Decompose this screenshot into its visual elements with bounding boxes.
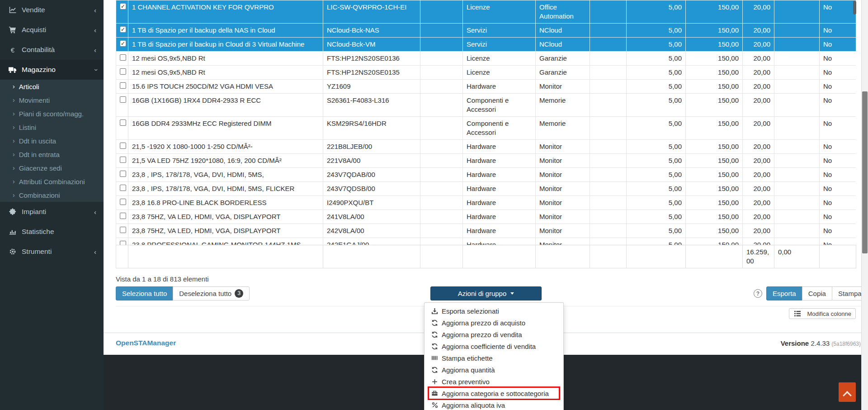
table-cell	[590, 24, 627, 38]
list-icon	[793, 311, 801, 316]
table-row[interactable]: 23.8 PROFESSIONAL GAMING MONITOR 144HZ 1…	[116, 238, 856, 245]
scroll-to-top-button[interactable]	[839, 382, 856, 402]
sidebar-subitem-articoli[interactable]: ›Articoli	[0, 80, 104, 93]
chevron-left-icon: ‹	[94, 26, 96, 34]
menu-item-aggiorna-aliquota-iva[interactable]: Aggiorna aliquota iva	[425, 399, 563, 410]
menu-item-esporta-selezionati[interactable]: Esporta selezionati	[425, 305, 563, 317]
menu-item-aggiorna-coefficiente-di-vendita[interactable]: Aggiorna coefficiente di vendita	[425, 340, 563, 352]
row-checkbox[interactable]	[120, 68, 126, 75]
caret-down-icon	[510, 292, 514, 295]
table-cell	[774, 238, 820, 245]
table-scroll-area[interactable]: 1 CHANNEL ACTIVATION KEY FOR QVRPROLIC-S…	[116, 0, 856, 245]
version-label: Versione	[781, 339, 809, 347]
row-checkbox[interactable]	[120, 54, 126, 61]
sidebar-subitem-piani-di-sconto-magg[interactable]: ›Piani di sconto/magg.	[0, 107, 104, 120]
sidebar-item-strumenti[interactable]: Strumenti‹	[0, 242, 104, 262]
sidebar-subitem-listini[interactable]: ›Listini	[0, 120, 104, 134]
row-checkbox[interactable]	[120, 227, 126, 233]
sidebar-subitem-combinazioni[interactable]: ›Combinazioni	[0, 188, 104, 202]
checkbox-cell	[116, 66, 128, 80]
table-row[interactable]: 12 mesi OS,9x5,NBD RtFTS:HP12NS20SE0135L…	[116, 66, 856, 80]
table-row[interactable]: 21,5 VA LED 75HZ 1920*1080, 16:9, 200 CD…	[116, 154, 856, 168]
row-checkbox[interactable]	[120, 199, 126, 205]
row-checkbox[interactable]	[120, 143, 126, 149]
row-checkbox[interactable]	[120, 96, 126, 103]
table-row[interactable]: 1 TB di Spazio per il backup in Cloud di…	[116, 38, 856, 52]
cart-icon	[7, 26, 18, 33]
select-all-button[interactable]: Seleziona tutto	[116, 286, 173, 300]
menu-item-aggiorna-quantit[interactable]: Aggiorna quantità	[425, 364, 563, 376]
table-cell	[420, 38, 463, 52]
table-row[interactable]: 21,5 -1920 X 1080-1000 1-250 CD/MÂ²-221B…	[116, 140, 856, 154]
table-cell: 5,00	[627, 196, 686, 210]
menu-item-aggiorna-categoria-e-sottocategoria[interactable]: Aggiorna categoria e sottocategoria	[425, 387, 563, 399]
row-checkbox[interactable]	[120, 157, 126, 163]
sidebar-subitem-attributi-combinazioni[interactable]: ›Attributi Combinazioni	[0, 175, 104, 188]
table-row[interactable]: 15.6 IPS TOUCH 250CD/M2 VGA HDMI VESAYZ1…	[116, 80, 856, 94]
sidebar-subitem-movimenti[interactable]: ›Movimenti	[0, 93, 104, 107]
sidebar-subitem-ddt-in-uscita[interactable]: ›Ddt in uscita	[0, 134, 104, 148]
table-row[interactable]: 1 CHANNEL ACTIVATION KEY FOR QVRPROLIC-S…	[116, 0, 856, 24]
table-cell: 150,00	[686, 154, 743, 168]
row-checkbox[interactable]	[120, 26, 126, 33]
table-cell: No	[820, 182, 856, 196]
page-scrollbar[interactable]	[861, 0, 868, 410]
row-checkbox[interactable]	[120, 185, 126, 191]
menu-item-aggiorna-prezzo-di-acquisto[interactable]: Aggiorna prezzo di acquisto	[425, 317, 563, 329]
table-cell	[590, 224, 627, 238]
sidebar-subitem-giacenze-sedi[interactable]: ›Giacenze sedi	[0, 161, 104, 175]
row-checkbox[interactable]	[120, 171, 126, 177]
table-cell: No	[820, 168, 856, 182]
sidebar-item-impianti[interactable]: Impianti‹	[0, 202, 104, 222]
table-row[interactable]: 23,8 75HZ, VA LED, HDMI, VGA, DISPLAYPOR…	[116, 224, 856, 238]
brand-link[interactable]: OpenSTAManager	[116, 339, 176, 347]
help-icon[interactable]: ?	[754, 289, 762, 298]
page-scrollbar-thumb[interactable]	[862, 91, 868, 253]
table-row[interactable]: 1 TB di Spazio per il backup della NAS i…	[116, 24, 856, 38]
table-cell: No	[820, 66, 856, 80]
plus-icon	[431, 379, 439, 385]
table-row[interactable]: 16GB DDR4 2933MHz ECC Registered DIMMKSM…	[116, 117, 856, 140]
export-button[interactable]: Esporta	[766, 286, 802, 300]
sidebar-subitem-label: Listini	[19, 124, 36, 131]
table-cell	[590, 52, 627, 66]
sidebar-item-vendite[interactable]: Vendite‹	[0, 0, 104, 20]
edit-columns-button[interactable]: Modifica colonne	[789, 308, 856, 319]
table-cell: Hardware	[463, 238, 536, 245]
checkbox-cell	[116, 140, 128, 154]
menu-item-stampa-etichette[interactable]: Stampa etichette	[425, 352, 563, 364]
table-row[interactable]: 23,8 16.8 PRO-LINE BLACK BORDERLESSI2490…	[116, 196, 856, 210]
row-checkbox[interactable]	[120, 241, 126, 245]
table-scrollbar-thumb[interactable]	[853, 1, 856, 14]
sidebar-item-contabilit[interactable]: €Contabilità‹	[0, 40, 104, 60]
table-cell: 20,00	[743, 66, 774, 80]
table-cell: Monitor	[536, 224, 590, 238]
sidebar-item-statistiche[interactable]: Statistiche	[0, 222, 104, 242]
table-row[interactable]: 16GB (1X16GB) 1RX4 DDR4-2933 R ECCS26361…	[116, 94, 856, 117]
totals-table-row: 16.259,000,00	[116, 245, 856, 268]
table-cell: 23,8 16.8 PRO-LINE BLACK BORDERLESS	[128, 196, 323, 210]
sidebar-subitem-ddt-in-entrata[interactable]: ›Ddt in entrata	[0, 148, 104, 161]
row-checkbox[interactable]	[120, 3, 126, 10]
table-cell: No	[820, 94, 856, 117]
table-row[interactable]: 23,8 75HZ, VA LED, HDMI, VGA, DISPLAYPOR…	[116, 210, 856, 224]
row-checkbox[interactable]	[120, 82, 126, 89]
copy-button[interactable]: Copia	[802, 286, 832, 300]
table-row[interactable]: 23,8 , IPS, 178/178, VGA, DVI, HDMI, 5MS…	[116, 182, 856, 196]
menu-item-crea-preventivo[interactable]: Crea preventivo	[425, 376, 563, 387]
sidebar-item-acquisti[interactable]: Acquisti‹	[0, 20, 104, 40]
row-checkbox[interactable]	[120, 213, 126, 219]
table-cell: No	[820, 24, 856, 38]
table-cell: 20,00	[743, 24, 774, 38]
table-cell: 1 TB di Spazio per il backup della NAS i…	[128, 24, 323, 38]
totals-cell	[686, 245, 743, 268]
deselect-all-button[interactable]: Deseleziona tutto3	[173, 286, 250, 300]
table-row[interactable]: 23,8 , IPS, 178/178, VGA, DVI, HDMI, 5MS…	[116, 168, 856, 182]
row-checkbox[interactable]	[120, 119, 126, 126]
row-checkbox[interactable]	[120, 40, 126, 47]
table-cell: Hardware	[463, 140, 536, 154]
menu-item-aggiorna-prezzo-di-vendita[interactable]: Aggiorna prezzo di vendita	[425, 329, 563, 340]
table-row[interactable]: 12 mesi OS,9x5,NBD RtFTS:HP12NS20SE0136L…	[116, 52, 856, 66]
group-actions-button[interactable]: Azioni di gruppo	[430, 286, 542, 300]
sidebar-item-magazzino[interactable]: Magazzino‹	[0, 60, 104, 80]
